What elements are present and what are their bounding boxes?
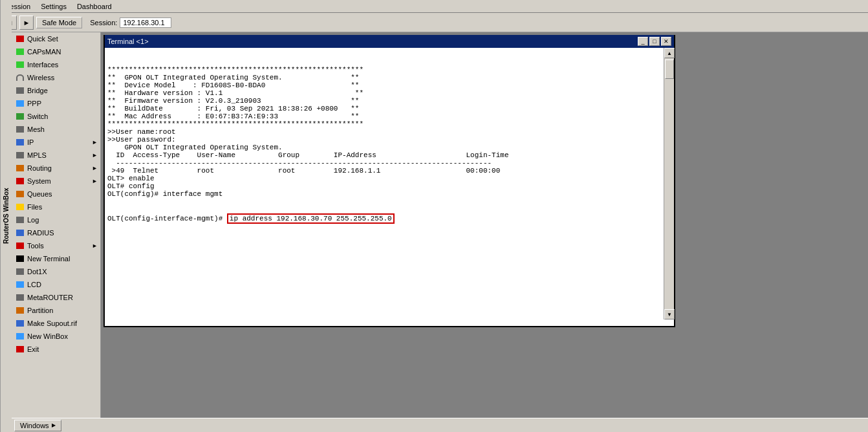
sidebar-label-mesh: Mesh (27, 125, 96, 133)
exit-icon (16, 345, 25, 354)
sidebar-label-mpls: MPLS (27, 151, 96, 159)
sidebar-item-tools[interactable]: Tools► (12, 239, 100, 252)
terminal-line: >49 Telnet root root 192.168.1.1 00:00:0… (107, 167, 661, 175)
terminal-line: OLT> enable (107, 175, 661, 182)
sidebar-item-mpls[interactable]: MPLS► (12, 149, 100, 162)
arrow-icon-mpls: ► (92, 152, 98, 158)
ppp-icon (16, 99, 25, 108)
sidebar-label-bridge: Bridge (27, 87, 96, 94)
terminal-line: >>User name:root (107, 128, 661, 136)
sidebar-label-ppp: PPP (27, 100, 96, 107)
sidebar-item-interfaces[interactable]: Interfaces (12, 58, 100, 71)
sidebar-item-queues[interactable]: Queues (12, 188, 100, 200)
arrow-icon-routing: ► (92, 165, 98, 171)
sidebar-item-ip[interactable]: IP► (12, 136, 100, 149)
sidebar: Quick SetCAPsMANInterfacesWirelessBridge… (12, 32, 101, 418)
sidebar-item-wireless[interactable]: Wireless (12, 71, 100, 84)
mesh-icon (16, 125, 25, 134)
arrow-icon-system: ► (92, 178, 98, 184)
content-area: Terminal <1> _ □ ✕ *********************… (101, 32, 868, 418)
sidebar-item-routing[interactable]: Routing► (12, 162, 100, 175)
sidebar-label-makesupout: Make Supout.rif (27, 319, 96, 327)
quickset-icon (16, 34, 25, 43)
sidebar-item-lcd[interactable]: LCD (12, 278, 100, 291)
sidebar-label-interfaces: Interfaces (27, 61, 96, 69)
sidebar-label-wireless: Wireless (27, 74, 96, 81)
sidebar-item-radius[interactable]: RADIUS (12, 226, 100, 239)
terminal-input-line: OLT(config-interface-mgmt)# ip address 1… (107, 213, 661, 224)
terminal-line: OLT(config)# interface mgmt (107, 190, 661, 198)
routing-icon (16, 164, 25, 173)
scrollbar-up-button[interactable]: ▲ (664, 48, 675, 58)
terminal-line: ****************************************… (107, 120, 661, 128)
sidebar-item-ppp[interactable]: PPP (12, 97, 100, 110)
sidebar-item-capsman[interactable]: CAPsMAN (12, 45, 100, 58)
interfaces-icon (16, 60, 25, 69)
makesupout-icon (16, 319, 25, 328)
toolbar: ◄ ► Safe Mode Session: 192.168.30.1 (0, 13, 868, 32)
close-button[interactable]: ✕ (661, 37, 671, 46)
terminal-line: ----------------------------------------… (107, 159, 661, 167)
safe-mode-button[interactable]: Safe Mode (36, 17, 82, 28)
terminal-input[interactable]: ip address 192.168.30.70 255.255.255.0 (227, 213, 395, 224)
sidebar-item-newterminal[interactable]: New Terminal (12, 252, 100, 265)
arrow-icon-ip: ► (92, 139, 98, 146)
scrollbar-down-button[interactable]: ▼ (664, 309, 675, 319)
ip-icon (16, 138, 25, 147)
sidebar-label-files: Files (27, 203, 96, 211)
sidebar-label-queues: Queues (27, 190, 96, 198)
terminal-line: ** Hardware version : V1.1 ** (107, 89, 661, 97)
sidebar-label-exit: Exit (27, 345, 96, 353)
sidebar-item-switch[interactable]: Switch (12, 110, 100, 123)
metarouter-icon (16, 293, 25, 302)
bridge-icon (16, 86, 25, 95)
terminal-line: >>User password: (107, 136, 661, 144)
sidebar-item-dot1x[interactable]: Dot1X (12, 265, 100, 278)
wireless-icon (16, 73, 25, 82)
forward-button[interactable]: ► (19, 16, 34, 30)
mpls-icon (16, 151, 25, 160)
terminal-line: ** Device Model : FD1608S-B0-BDA0 ** (107, 81, 661, 89)
terminal-line: ****************************************… (107, 66, 661, 74)
sidebar-item-mesh[interactable]: Mesh (12, 123, 100, 136)
sidebar-item-bridge[interactable]: Bridge (12, 84, 100, 97)
windows-label: Windows (20, 422, 49, 429)
terminal-window: Terminal <1> _ □ ✕ *********************… (103, 35, 675, 327)
sidebar-item-exit[interactable]: Exit (12, 343, 100, 356)
session-ip: 192.168.30.1 (120, 17, 171, 28)
terminal-body[interactable]: ****************************************… (105, 48, 664, 326)
scrollbar-thumb[interactable] (665, 59, 674, 79)
terminal-scrollbar[interactable]: ▲ ▼ (664, 48, 674, 319)
sidebar-label-system: System (27, 177, 96, 185)
menu-settings[interactable]: Settings (38, 2, 69, 11)
capsman-icon (16, 47, 25, 56)
dot1x-icon (16, 267, 25, 276)
sidebar-item-makesupout[interactable]: Make Supout.rif (12, 317, 100, 330)
sidebar-item-metarouter[interactable]: MetaROUTER (12, 291, 100, 304)
radius-icon (16, 228, 25, 237)
sidebar-item-files[interactable]: Files (12, 200, 100, 213)
sidebar-label-quickset: Quick Set (27, 35, 96, 43)
sidebar-item-quickset[interactable]: Quick Set (12, 32, 100, 45)
terminal-line: OLT# config (107, 182, 661, 190)
system-icon (16, 177, 25, 186)
terminal-prompt: OLT(config-interface-mgmt)# (107, 215, 227, 222)
menu-dashboard[interactable]: Dashboard (74, 2, 114, 11)
arrow-icon-tools: ► (92, 243, 98, 249)
log-icon (16, 215, 25, 224)
maximize-button[interactable]: □ (649, 37, 660, 46)
minimize-button[interactable]: _ (638, 37, 648, 46)
terminal-line: ** Firmware version : V2.0.3_210903 ** (107, 97, 661, 105)
sidebar-label-radius: RADIUS (27, 229, 96, 237)
windows-bar-item[interactable]: Windows ▶ (14, 420, 61, 431)
sidebar-item-newwinbox[interactable]: New WinBox (12, 330, 100, 343)
sidebar-label-routing: Routing (27, 164, 96, 172)
sidebar-item-system[interactable]: System► (12, 175, 100, 188)
sidebar-item-partition[interactable]: Partition (12, 304, 100, 317)
tools-icon (16, 241, 25, 250)
terminal-line: ** GPON OLT Integrated Operating System.… (107, 74, 661, 81)
sidebar-label-metarouter: MetaROUTER (27, 294, 96, 301)
sidebar-item-log[interactable]: Log (12, 213, 100, 226)
terminal-titlebar: Terminal <1> _ □ ✕ (105, 35, 674, 48)
queues-icon (16, 189, 25, 199)
